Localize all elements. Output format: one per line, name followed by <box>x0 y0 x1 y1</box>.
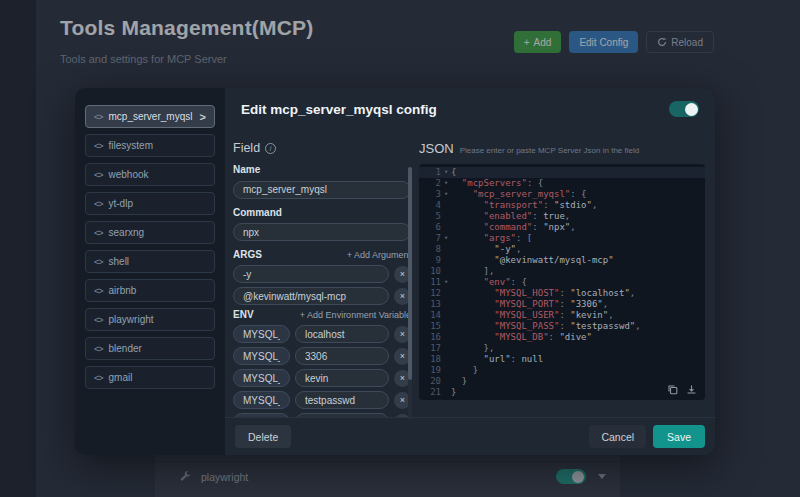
field-scrollbar[interactable] <box>408 167 412 420</box>
fold-caret-icon[interactable]: ▾ <box>441 233 451 244</box>
edit-config-modal: <>mcp_server_myqsl><>filesystem<>webhook… <box>75 88 715 455</box>
code-line: 11▾ "env": { <box>419 277 705 288</box>
add-env-link[interactable]: + Add Environment Variable <box>300 310 411 320</box>
env-value-input[interactable] <box>295 369 389 387</box>
server-list-item[interactable]: <>webhook <box>85 163 215 186</box>
code-icon: <> <box>94 199 103 209</box>
fold-spacer <box>441 332 451 343</box>
fold-spacer <box>441 365 451 376</box>
fold-spacer <box>441 387 451 398</box>
edit-config-title: Edit mcp_server_myqsl config <box>241 102 437 117</box>
info-icon[interactable]: i <box>265 143 276 154</box>
server-label: gmail <box>109 372 133 383</box>
code-line: 9 "@kevinwatt/mysql-mcp" <box>419 255 705 266</box>
fold-spacer <box>441 354 451 365</box>
fold-caret-icon[interactable]: ▾ <box>441 277 451 288</box>
json-column: JSON Please enter or paste MCP Server Js… <box>419 141 705 400</box>
edit-panel-header: Edit mcp_server_myqsl config <box>241 101 699 117</box>
field-scroll-area: Name Command ARGS + Add Argument ×× ENV … <box>233 164 411 417</box>
code-line: 7▾ "args": [ <box>419 233 705 244</box>
code-line: 5 "enabled": true, <box>419 211 705 222</box>
line-number: 7 <box>419 233 441 244</box>
add-argument-link[interactable]: + Add Argument <box>347 250 411 260</box>
command-input[interactable] <box>233 223 411 241</box>
code-line: 8 "-y", <box>419 244 705 255</box>
server-list-item[interactable]: <>shell <box>85 250 215 273</box>
line-number: 1 <box>419 167 441 178</box>
line-number: 16 <box>419 332 441 343</box>
env-key-input[interactable] <box>233 369 290 387</box>
env-key-input[interactable] <box>233 391 290 409</box>
fold-spacer <box>441 244 451 255</box>
fold-spacer <box>441 211 451 222</box>
env-value-input[interactable] <box>295 391 389 409</box>
arg-row: × <box>233 265 411 283</box>
json-editor[interactable]: 1▾{2▾ "mcpServers": {3▾ "mcp_server_myqs… <box>419 164 705 400</box>
code-line: 2▾ "mcpServers": { <box>419 178 705 189</box>
code-line: 6 "command": "npx", <box>419 222 705 233</box>
code-line: 3▾ "mcp_server_myqsl": { <box>419 189 705 200</box>
fold-spacer <box>441 299 451 310</box>
code-icon: <> <box>94 228 103 238</box>
env-value-input[interactable] <box>295 325 389 343</box>
fold-caret-icon[interactable]: ▾ <box>441 178 451 189</box>
server-list-item[interactable]: <>playwright <box>85 308 215 331</box>
code-line: 4 "transport": "stdio", <box>419 200 705 211</box>
env-row: × <box>233 325 411 343</box>
fold-spacer <box>441 288 451 299</box>
env-rows: ××××× <box>233 325 411 417</box>
code-icon: <> <box>94 344 103 354</box>
code-line: 18 "url": null <box>419 354 705 365</box>
line-number: 5 <box>419 211 441 222</box>
env-row: × <box>233 391 411 409</box>
server-list-item[interactable]: <>gmail <box>85 366 215 389</box>
code-icon: <> <box>94 373 103 383</box>
env-value-input[interactable] <box>295 347 389 365</box>
edit-panel-footer: Delete Cancel Save <box>225 417 715 455</box>
server-list-item[interactable]: <>searxng <box>85 221 215 244</box>
code-icon: <> <box>94 257 103 267</box>
code-line: 19 } <box>419 365 705 376</box>
arg-input[interactable] <box>233 287 389 305</box>
fold-spacer <box>441 255 451 266</box>
server-label: webhook <box>109 169 149 180</box>
line-number: 21 <box>419 387 441 398</box>
server-label: filesystem <box>109 140 153 151</box>
cancel-button[interactable]: Cancel <box>589 425 646 448</box>
server-label: blender <box>109 343 142 354</box>
server-list-item[interactable]: <>airbnb <box>85 279 215 302</box>
server-list-item[interactable]: <>blender <box>85 337 215 360</box>
arg-row: × <box>233 287 411 305</box>
fold-spacer <box>441 343 451 354</box>
code-lines: 1▾{2▾ "mcpServers": {3▾ "mcp_server_myqs… <box>419 167 705 398</box>
server-enabled-toggle[interactable] <box>669 101 699 117</box>
env-row: × <box>233 347 411 365</box>
env-key-input[interactable] <box>233 347 290 365</box>
scrollbar-thumb[interactable] <box>408 167 412 380</box>
name-label: Name <box>233 164 411 175</box>
name-input[interactable] <box>233 181 411 199</box>
line-number: 10 <box>419 266 441 277</box>
line-number: 6 <box>419 222 441 233</box>
fold-spacer <box>441 376 451 387</box>
server-list-item[interactable]: <>mcp_server_myqsl> <box>85 105 215 128</box>
copy-icon[interactable] <box>667 384 678 395</box>
server-list-item[interactable]: <>filesystem <box>85 134 215 157</box>
server-label: yt-dlp <box>109 198 133 209</box>
code-icon: <> <box>94 141 103 151</box>
fold-caret-icon[interactable]: ▾ <box>441 167 451 178</box>
arg-input[interactable] <box>233 265 389 283</box>
env-key-input[interactable] <box>233 325 290 343</box>
download-icon[interactable] <box>686 384 697 395</box>
field-column: Field i Name Command ARGS + Add Argument… <box>233 141 411 417</box>
server-list-item[interactable]: <>yt-dlp <box>85 192 215 215</box>
edit-panel: Edit mcp_server_myqsl config Field i Nam… <box>225 88 715 455</box>
code-line: 15 "MYSQL_PASS": "testpasswd", <box>419 321 705 332</box>
fold-spacer <box>441 200 451 211</box>
code-line: 20 } <box>419 376 705 387</box>
server-label: mcp_server_myqsl <box>109 111 193 122</box>
save-button[interactable]: Save <box>653 425 705 448</box>
code-line: 10 ], <box>419 266 705 277</box>
fold-caret-icon[interactable]: ▾ <box>441 189 451 200</box>
delete-button[interactable]: Delete <box>235 425 291 448</box>
